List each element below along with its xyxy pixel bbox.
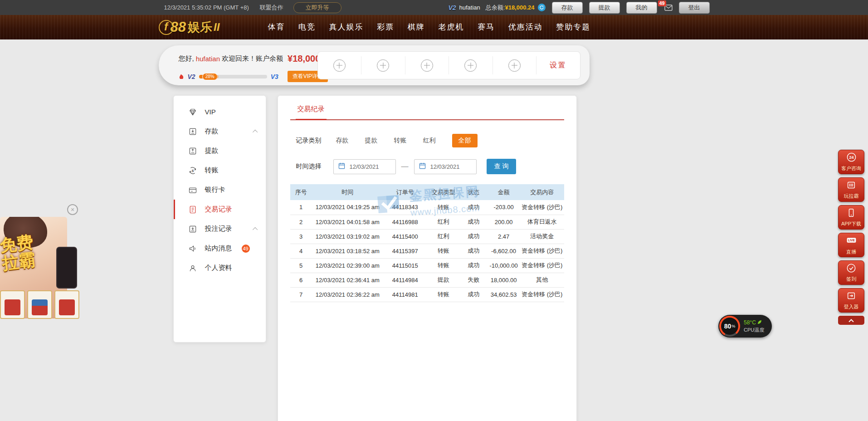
logout-button[interactable]: 登出 [679, 2, 710, 14]
promo-thumb-1[interactable] [0, 290, 25, 319]
sidebar-item-label: 提款 [205, 147, 219, 155]
cell-no: 6 [290, 273, 312, 287]
chevron-up-icon [252, 129, 257, 134]
promo-thumb-2[interactable] [27, 290, 52, 319]
cell-content: 资金转移 (沙巴) [520, 200, 564, 215]
greeting-prefix: 您好, [179, 54, 194, 63]
cell-amount: -10,000.00 [487, 258, 520, 273]
quick-action-3-button[interactable] [405, 56, 449, 74]
promo-thumb-3[interactable] [54, 290, 79, 319]
cell-type: 转账 [427, 244, 459, 258]
nav-item-棋牌[interactable]: 棋牌 [408, 15, 425, 39]
time-label: 时间选择 [296, 162, 322, 171]
filter-转账[interactable]: 转账 [394, 137, 407, 145]
nav-item-彩票[interactable]: 彩票 [377, 15, 394, 39]
search-button[interactable]: 查 询 [487, 159, 517, 174]
nav-item-赞助专题[interactable]: 赞助专题 [556, 15, 590, 39]
rail-label: APP下载 [841, 220, 861, 227]
refresh-balance-icon[interactable] [538, 4, 546, 11]
nav-item-体育[interactable]: 体育 [268, 15, 285, 39]
vip-icon [188, 108, 197, 117]
column-header-金额: 金额 [487, 184, 520, 200]
upgrade-button[interactable]: 立即升等 [293, 2, 341, 13]
deposit-button[interactable]: 存款 [552, 2, 583, 14]
cell-type: 转账 [427, 287, 459, 302]
main-panel: 交易纪录 记录类别 存款提款转账红利全部 时间选择 12/03/2021 — 1… [278, 95, 577, 421]
table-row: 312/03/2021 03:19:02 am44115400红利成功2.47活… [290, 229, 564, 244]
cell-time: 12/03/2021 02:39:00 am [312, 258, 383, 273]
date-from-input[interactable]: 12/03/2021 [333, 159, 396, 174]
quick-action-4-button[interactable] [449, 56, 493, 74]
filter-提款[interactable]: 提款 [365, 137, 378, 145]
rail-label: 客户咨询 [841, 165, 861, 172]
settings-button[interactable]: 设置 [536, 56, 580, 74]
rail-login-tool-button[interactable]: 登入器 [838, 288, 864, 313]
transactions-table: 序号时间订单号交易类型状态金额交易内容 112/03/2021 04:19:25… [290, 184, 564, 302]
cell-no: 3 [290, 229, 312, 244]
mine-button[interactable]: 我的 [626, 2, 657, 14]
cell-amount: 200.00 [487, 215, 520, 229]
nav-item-赛马[interactable]: 赛马 [478, 15, 495, 39]
cell-content: 体育日返水 [520, 215, 564, 229]
quick-action-5-button[interactable] [493, 56, 537, 74]
date-to-input[interactable]: 12/03/2021 [414, 159, 477, 174]
cell-amount: 2.47 [487, 229, 520, 244]
filter-存款[interactable]: 存款 [336, 137, 349, 145]
cell-no: 4 [290, 244, 312, 258]
sidebar-item-profile[interactable]: 个人资料 [174, 258, 266, 278]
cell-status: 成功 [460, 244, 487, 258]
sidebar-item-bank-card[interactable]: 银行卡 [174, 180, 266, 200]
site-logo[interactable]: f 88 娱乐 II [159, 19, 220, 35]
logo-suffix: II [214, 21, 219, 34]
sidebar-item-deposit[interactable]: 存款 [174, 122, 266, 141]
svg-text:24: 24 [849, 155, 854, 160]
cell-order: 44114981 [383, 287, 427, 302]
sidebar-item-transfer[interactable]: $转账 [174, 161, 266, 180]
quick-action-1-button[interactable] [318, 56, 362, 74]
nav-item-老虎机[interactable]: 老虎机 [438, 15, 464, 39]
filter-list: 存款提款转账红利全部 [336, 134, 478, 147]
sidebar-item-betting[interactable]: 投注记录 [174, 219, 266, 239]
bank-card-icon [188, 186, 197, 195]
rail-app-download-button[interactable]: APP下载 [838, 205, 864, 230]
rail-slots-button[interactable]: 玩拉霸 [838, 177, 864, 202]
vip-progress-row: V2 28% V3 查看VIP详情 [179, 71, 328, 82]
rail-live-button[interactable]: LIVE直播 [838, 233, 864, 257]
profile-icon [188, 264, 197, 273]
filter-红利[interactable]: 红利 [423, 137, 436, 145]
sidebar-item-transactions[interactable]: 交易记录 [174, 200, 266, 219]
sidebar-item-vip[interactable]: VIP [174, 102, 266, 122]
rail-service-button[interactable]: 24客户咨询 [838, 150, 864, 174]
percent-sign: % [731, 324, 735, 328]
sidebar-item-label: 转账 [205, 166, 219, 175]
withdraw-icon [188, 147, 197, 156]
column-header-时间: 时间 [312, 184, 383, 200]
filter-全部[interactable]: 全部 [452, 134, 478, 147]
sidebar-item-messages[interactable]: 站内消息49 [174, 239, 266, 258]
nav-item-优惠活动[interactable]: 优惠活动 [508, 15, 543, 39]
cell-type: 红利 [427, 229, 459, 244]
app-download-icon [846, 208, 856, 220]
cell-type: 转账 [427, 258, 459, 273]
cell-content: 资金转移 (沙巴) [520, 287, 564, 302]
promo-close-button[interactable]: × [67, 204, 78, 215]
tab-transactions[interactable]: 交易纪录 [296, 105, 327, 120]
rail-collapse-button[interactable] [838, 316, 864, 325]
sidebar-menu: VIP存款提款$转账银行卡交易记录投注记录站内消息49个人资料 [173, 95, 266, 343]
table-body: 112/03/2021 04:19:25 am44118343转账成功-203.… [290, 200, 564, 302]
rail-checkin-button[interactable]: 签到 [838, 260, 864, 285]
cpu-temperature: 58°C [744, 319, 756, 326]
balance-value: ¥18,000.24 [505, 4, 534, 11]
table-row: 212/03/2021 04:01:58 am44116988红利成功200.0… [290, 215, 564, 229]
promo-banner[interactable]: 免费 拉霸 [0, 217, 82, 320]
nav-item-电竞[interactable]: 电竞 [298, 15, 316, 39]
quick-action-2-button[interactable] [361, 56, 405, 74]
withdraw-button[interactable]: 提款 [589, 2, 620, 14]
greeting-suffix: 欢迎回来！账户余额 [222, 54, 283, 63]
transactions-icon [188, 205, 197, 214]
alliance-link[interactable]: 联盟合作 [260, 4, 283, 12]
message-icon[interactable]: 49 [664, 5, 673, 11]
sidebar-item-withdraw[interactable]: 提款 [174, 141, 266, 161]
nav-item-真人娱乐[interactable]: 真人娱乐 [329, 15, 364, 39]
cell-time: 12/03/2021 02:36:22 am [312, 287, 383, 302]
